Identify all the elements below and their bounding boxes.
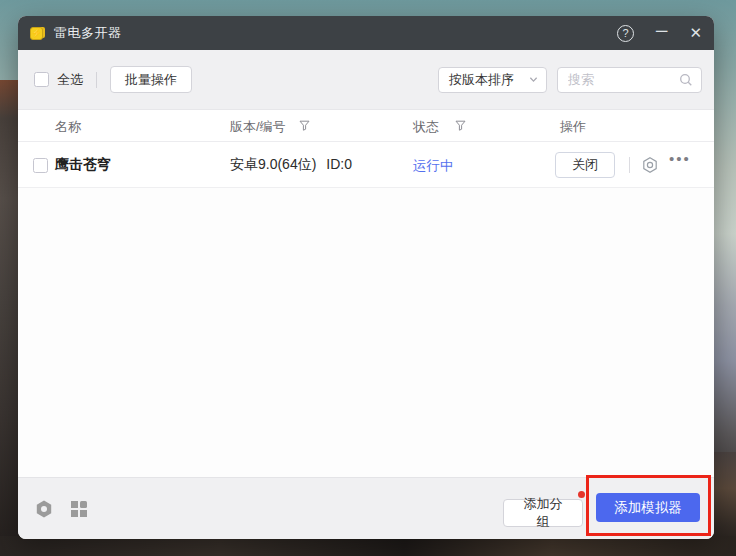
table-row: 鹰击苍穹 安卓9.0(64位)ID:0 运行中 关闭 ••• xyxy=(18,142,714,188)
row-settings-icon[interactable] xyxy=(641,156,659,174)
batch-operations-button[interactable]: 批量操作 xyxy=(110,66,192,93)
search-input[interactable] xyxy=(568,72,679,87)
toolbar-divider xyxy=(96,72,97,88)
col-version-header: 版本/编号 xyxy=(230,118,286,136)
help-icon[interactable]: ? xyxy=(617,25,634,42)
row-more-icon[interactable]: ••• xyxy=(669,150,691,167)
status-filter-icon[interactable] xyxy=(455,120,466,131)
app-window: ⚡ 雷电多开器 ? ─ ✕ 全选 批量操作 按版本排序 xyxy=(18,16,714,539)
emulator-version: 安卓9.0(64位)ID:0 xyxy=(230,156,352,174)
table-header: 名称 版本/编号 状态 操作 xyxy=(18,110,714,142)
notification-dot xyxy=(578,491,585,498)
titlebar: ⚡ 雷电多开器 ? ─ ✕ xyxy=(18,16,714,50)
select-all-checkbox[interactable] xyxy=(34,72,49,87)
toolbar: 全选 批量操作 按版本排序 xyxy=(18,50,714,110)
app-logo-icon: ⚡ xyxy=(30,26,46,41)
search-box xyxy=(557,67,702,93)
sort-dropdown[interactable]: 按版本排序 xyxy=(438,67,547,93)
emulator-id: ID:0 xyxy=(326,156,352,172)
close-icon[interactable]: ✕ xyxy=(689,24,702,42)
grid-view-icon[interactable] xyxy=(70,500,88,518)
add-emulator-button[interactable]: 添加模拟器 xyxy=(596,493,700,522)
settings-icon[interactable] xyxy=(34,499,54,519)
emulator-name: 鹰击苍穹 xyxy=(55,156,111,174)
row-actions-divider xyxy=(629,157,630,173)
col-status-header: 状态 xyxy=(413,118,439,136)
status-badge: 运行中 xyxy=(413,157,454,175)
col-actions-header: 操作 xyxy=(560,118,586,136)
close-emulator-button[interactable]: 关闭 xyxy=(555,152,615,178)
sort-dropdown-value: 按版本排序 xyxy=(449,71,529,89)
col-name-header: 名称 xyxy=(55,118,81,136)
minimize-icon[interactable]: ─ xyxy=(656,22,667,44)
wallpaper-rock-bottom xyxy=(0,536,736,556)
select-all-label[interactable]: 全选 xyxy=(57,71,83,89)
footer-bar: 添加分组 添加模拟器 xyxy=(18,477,714,539)
version-filter-icon[interactable] xyxy=(299,120,310,131)
empty-list-area xyxy=(18,188,714,477)
add-group-button-wrap: 添加分组 xyxy=(503,494,583,522)
row-checkbox[interactable] xyxy=(33,158,48,173)
search-icon xyxy=(679,73,693,87)
add-group-button[interactable]: 添加分组 xyxy=(503,499,583,527)
window-title: 雷电多开器 xyxy=(54,24,122,42)
chevron-down-icon xyxy=(529,75,538,84)
